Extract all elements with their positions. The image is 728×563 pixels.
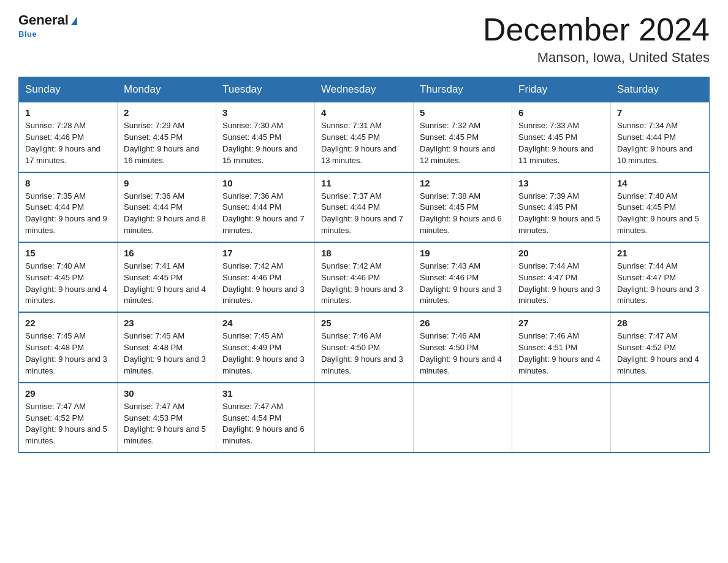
day-number: 1 xyxy=(25,107,111,118)
calendar-cell: 29 Sunrise: 7:47 AMSunset: 4:52 PMDaylig… xyxy=(19,383,118,453)
calendar-week-5: 29 Sunrise: 7:47 AMSunset: 4:52 PMDaylig… xyxy=(19,383,710,453)
day-info: Sunrise: 7:46 AMSunset: 4:50 PMDaylight:… xyxy=(420,331,506,377)
day-number: 28 xyxy=(617,318,703,328)
day-number: 6 xyxy=(518,107,604,118)
calendar-week-2: 8 Sunrise: 7:35 AMSunset: 4:44 PMDayligh… xyxy=(19,172,710,242)
day-number: 20 xyxy=(518,248,604,258)
day-info: Sunrise: 7:47 AMSunset: 4:52 PMDaylight:… xyxy=(617,331,703,377)
calendar-cell: 27 Sunrise: 7:46 AMSunset: 4:51 PMDaylig… xyxy=(512,312,611,382)
day-info: Sunrise: 7:44 AMSunset: 4:47 PMDaylight:… xyxy=(617,261,703,307)
calendar-cell xyxy=(611,383,710,453)
calendar-cell: 15 Sunrise: 7:40 AMSunset: 4:45 PMDaylig… xyxy=(19,242,118,312)
calendar-cell: 18 Sunrise: 7:42 AMSunset: 4:46 PMDaylig… xyxy=(315,242,414,312)
logo-text: General xyxy=(18,12,77,28)
calendar-table: Sunday Monday Tuesday Wednesday Thursday… xyxy=(18,77,710,453)
calendar-cell: 17 Sunrise: 7:42 AMSunset: 4:46 PMDaylig… xyxy=(216,242,315,312)
day-number: 8 xyxy=(25,178,111,188)
day-number: 5 xyxy=(420,107,506,118)
day-number: 2 xyxy=(124,107,210,118)
day-number: 19 xyxy=(420,248,506,258)
calendar-cell: 7 Sunrise: 7:34 AMSunset: 4:44 PMDayligh… xyxy=(611,102,710,172)
day-number: 7 xyxy=(617,107,703,118)
day-number: 17 xyxy=(222,248,308,258)
calendar-cell: 1 Sunrise: 7:28 AMSunset: 4:46 PMDayligh… xyxy=(19,102,118,172)
day-number: 29 xyxy=(25,388,111,399)
logo-triangle-icon xyxy=(71,17,77,25)
day-number: 4 xyxy=(321,107,407,118)
day-info: Sunrise: 7:31 AMSunset: 4:45 PMDaylight:… xyxy=(321,120,407,166)
calendar-week-3: 15 Sunrise: 7:40 AMSunset: 4:45 PMDaylig… xyxy=(19,242,710,312)
day-info: Sunrise: 7:45 AMSunset: 4:49 PMDaylight:… xyxy=(222,331,308,377)
calendar-cell: 16 Sunrise: 7:41 AMSunset: 4:45 PMDaylig… xyxy=(118,242,216,312)
logo-general: General xyxy=(18,12,69,28)
calendar-cell: 5 Sunrise: 7:32 AMSunset: 4:45 PMDayligh… xyxy=(414,102,512,172)
day-number: 26 xyxy=(420,318,506,328)
location-title: Manson, Iowa, United States xyxy=(483,50,710,66)
day-number: 13 xyxy=(518,178,604,188)
col-thursday: Thursday xyxy=(414,77,512,102)
calendar-cell: 2 Sunrise: 7:29 AMSunset: 4:45 PMDayligh… xyxy=(118,102,216,172)
day-number: 23 xyxy=(124,318,210,328)
calendar-cell xyxy=(512,383,611,453)
day-info: Sunrise: 7:40 AMSunset: 4:45 PMDaylight:… xyxy=(617,191,703,237)
day-number: 14 xyxy=(617,178,703,188)
day-info: Sunrise: 7:29 AMSunset: 4:45 PMDaylight:… xyxy=(124,120,210,166)
day-number: 31 xyxy=(222,388,308,399)
month-title: December 2024 xyxy=(483,12,710,47)
calendar-cell: 13 Sunrise: 7:39 AMSunset: 4:45 PMDaylig… xyxy=(512,172,611,242)
day-info: Sunrise: 7:36 AMSunset: 4:44 PMDaylight:… xyxy=(222,191,308,237)
day-number: 9 xyxy=(124,178,210,188)
calendar-cell: 6 Sunrise: 7:33 AMSunset: 4:45 PMDayligh… xyxy=(512,102,611,172)
day-info: Sunrise: 7:45 AMSunset: 4:48 PMDaylight:… xyxy=(25,331,111,377)
calendar-cell: 8 Sunrise: 7:35 AMSunset: 4:44 PMDayligh… xyxy=(19,172,118,242)
calendar-cell: 11 Sunrise: 7:37 AMSunset: 4:44 PMDaylig… xyxy=(315,172,414,242)
day-info: Sunrise: 7:36 AMSunset: 4:44 PMDaylight:… xyxy=(124,191,210,237)
calendar-cell: 9 Sunrise: 7:36 AMSunset: 4:44 PMDayligh… xyxy=(118,172,216,242)
calendar-cell: 20 Sunrise: 7:44 AMSunset: 4:47 PMDaylig… xyxy=(512,242,611,312)
day-info: Sunrise: 7:34 AMSunset: 4:44 PMDaylight:… xyxy=(617,120,703,166)
day-number: 22 xyxy=(25,318,111,328)
day-info: Sunrise: 7:30 AMSunset: 4:45 PMDaylight:… xyxy=(222,120,308,166)
calendar-cell: 21 Sunrise: 7:44 AMSunset: 4:47 PMDaylig… xyxy=(611,242,710,312)
day-info: Sunrise: 7:42 AMSunset: 4:46 PMDaylight:… xyxy=(321,261,407,307)
day-info: Sunrise: 7:32 AMSunset: 4:45 PMDaylight:… xyxy=(420,120,506,166)
calendar-cell: 3 Sunrise: 7:30 AMSunset: 4:45 PMDayligh… xyxy=(216,102,315,172)
day-number: 3 xyxy=(222,107,308,118)
day-info: Sunrise: 7:42 AMSunset: 4:46 PMDaylight:… xyxy=(222,261,308,307)
day-info: Sunrise: 7:47 AMSunset: 4:52 PMDaylight:… xyxy=(25,401,111,447)
calendar-cell xyxy=(315,383,414,453)
day-number: 25 xyxy=(321,318,407,328)
day-info: Sunrise: 7:47 AMSunset: 4:53 PMDaylight:… xyxy=(124,401,210,447)
day-number: 16 xyxy=(124,248,210,258)
logo-blue: Blue xyxy=(18,29,37,39)
page-header: General Blue December 2024 Manson, Iowa,… xyxy=(18,12,710,66)
calendar-cell: 31 Sunrise: 7:47 AMSunset: 4:54 PMDaylig… xyxy=(216,383,315,453)
day-info: Sunrise: 7:45 AMSunset: 4:48 PMDaylight:… xyxy=(124,331,210,377)
calendar-cell: 26 Sunrise: 7:46 AMSunset: 4:50 PMDaylig… xyxy=(414,312,512,382)
col-wednesday: Wednesday xyxy=(315,77,414,102)
calendar-cell: 12 Sunrise: 7:38 AMSunset: 4:45 PMDaylig… xyxy=(414,172,512,242)
col-tuesday: Tuesday xyxy=(216,77,315,102)
day-number: 30 xyxy=(124,388,210,399)
day-number: 24 xyxy=(222,318,308,328)
col-saturday: Saturday xyxy=(611,77,710,102)
day-number: 12 xyxy=(420,178,506,188)
calendar-cell: 22 Sunrise: 7:45 AMSunset: 4:48 PMDaylig… xyxy=(19,312,118,382)
calendar-cell: 23 Sunrise: 7:45 AMSunset: 4:48 PMDaylig… xyxy=(118,312,216,382)
calendar-cell: 30 Sunrise: 7:47 AMSunset: 4:53 PMDaylig… xyxy=(118,383,216,453)
day-number: 27 xyxy=(518,318,604,328)
col-sunday: Sunday xyxy=(19,77,118,102)
day-info: Sunrise: 7:46 AMSunset: 4:50 PMDaylight:… xyxy=(321,331,407,377)
calendar-cell: 24 Sunrise: 7:45 AMSunset: 4:49 PMDaylig… xyxy=(216,312,315,382)
day-number: 15 xyxy=(25,248,111,258)
day-info: Sunrise: 7:40 AMSunset: 4:45 PMDaylight:… xyxy=(25,261,111,307)
logo: General Blue xyxy=(18,12,77,39)
day-info: Sunrise: 7:44 AMSunset: 4:47 PMDaylight:… xyxy=(518,261,604,307)
col-monday: Monday xyxy=(118,77,216,102)
day-info: Sunrise: 7:41 AMSunset: 4:45 PMDaylight:… xyxy=(124,261,210,307)
day-info: Sunrise: 7:38 AMSunset: 4:45 PMDaylight:… xyxy=(420,191,506,237)
day-info: Sunrise: 7:43 AMSunset: 4:46 PMDaylight:… xyxy=(420,261,506,307)
calendar-cell: 25 Sunrise: 7:46 AMSunset: 4:50 PMDaylig… xyxy=(315,312,414,382)
day-info: Sunrise: 7:33 AMSunset: 4:45 PMDaylight:… xyxy=(518,120,604,166)
calendar-cell: 10 Sunrise: 7:36 AMSunset: 4:44 PMDaylig… xyxy=(216,172,315,242)
